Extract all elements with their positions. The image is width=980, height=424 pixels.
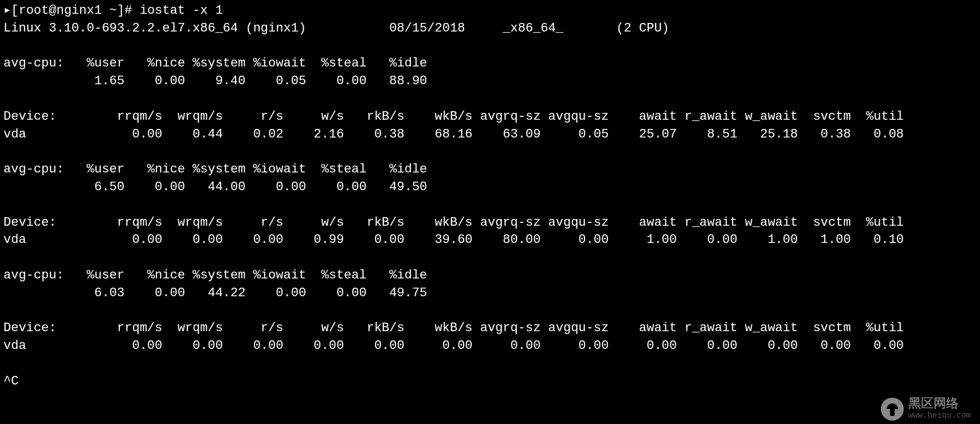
watermark-url: www.heiqu.com <box>908 411 971 420</box>
watermark: 黑区网络 www.heiqu.com <box>881 398 971 421</box>
mushroom-icon <box>881 398 904 421</box>
terminal-output: ▸[root@nginx1 ~]# iostat -x 1 Linux 3.10… <box>0 0 980 393</box>
watermark-title: 黑区网络 <box>908 398 959 411</box>
